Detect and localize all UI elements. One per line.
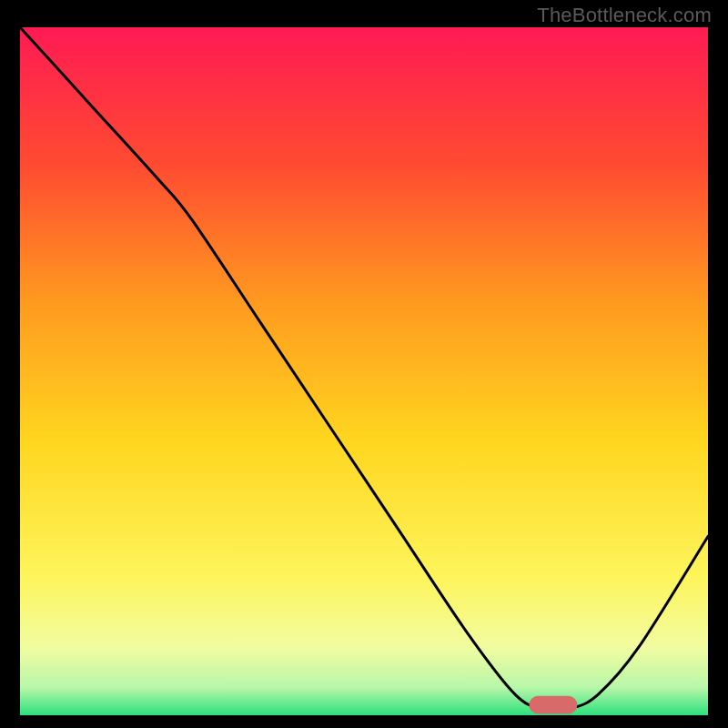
chart-plot	[20, 27, 708, 715]
plot-background	[20, 27, 708, 715]
chart-stage: TheBottleneck.com	[0, 0, 728, 728]
watermark-text: TheBottleneck.com	[537, 4, 712, 27]
chart-svg	[20, 27, 708, 715]
optimal-marker	[529, 696, 577, 714]
